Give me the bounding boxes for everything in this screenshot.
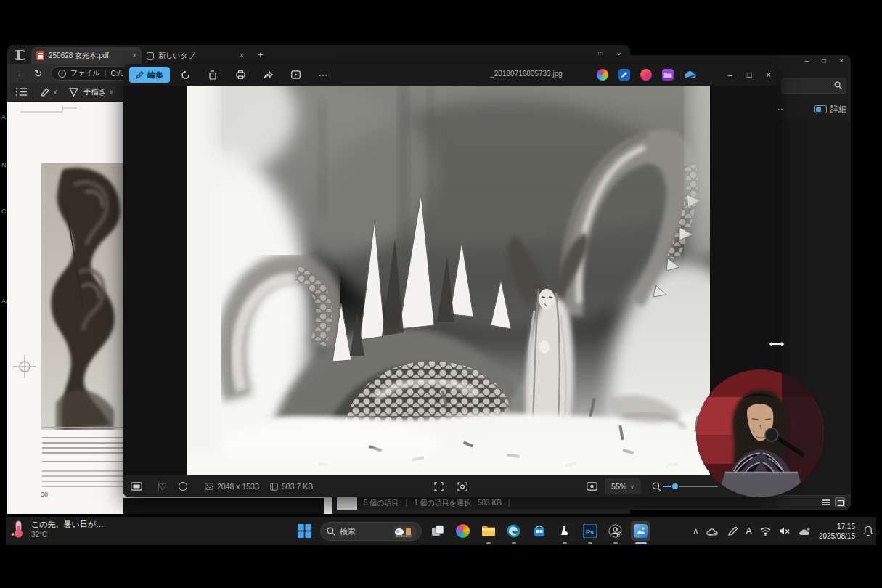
taskbar-search[interactable] — [320, 522, 422, 541]
edge-letter: N — [1, 161, 7, 168]
photos-title-bar: 編集 ⋯ _20180716005733.jpg — [123, 64, 777, 86]
search-icon — [327, 527, 335, 536]
weather-widget[interactable]: この先、暑い日が… 32°C — [10, 519, 104, 539]
pen-icon[interactable] — [727, 526, 738, 536]
minimize-button[interactable]: – — [728, 70, 732, 79]
visual-search-button[interactable] — [457, 480, 467, 493]
edge-letter: A — [1, 113, 6, 121]
tab-close-icon[interactable]: × — [132, 52, 136, 60]
explorer-search-box[interactable] — [781, 78, 846, 94]
purple-folder-icon[interactable] — [662, 69, 674, 81]
zbrush-icon[interactable] — [555, 521, 574, 541]
close-button[interactable]: × — [767, 70, 771, 79]
copilot-icon[interactable] — [453, 521, 473, 541]
maximize-button[interactable]: □ — [822, 57, 826, 65]
start-button[interactable] — [295, 521, 314, 541]
tab-new[interactable]: 新しいタブ × — [142, 47, 249, 64]
volume-muted-icon[interactable] — [779, 526, 791, 536]
store-icon[interactable] — [529, 521, 549, 541]
chevron-down-icon[interactable]: ∨ — [53, 89, 57, 95]
tab-pdf[interactable]: 250628 玄光本.pdf × — [31, 47, 142, 64]
task-view-button[interactable] — [428, 521, 447, 541]
slideshow-button[interactable] — [287, 67, 303, 83]
artwork-image — [187, 86, 710, 475]
notification-bell-icon[interactable] — [863, 526, 873, 536]
edit-button[interactable]: 編集 — [129, 67, 170, 83]
clock-date: 2025/08/15 — [819, 531, 855, 541]
crosshair-annotation — [12, 354, 38, 380]
details-pane-button[interactable]: 詳細 — [814, 104, 846, 115]
tab-search-icon[interactable] — [15, 50, 25, 60]
photos-app-icon[interactable] — [631, 521, 650, 541]
explorer-status-bar: 5 個の項目 | 1 個の項目を選択 503 KB | — [335, 495, 851, 510]
ime-mode-indicator[interactable]: A — [746, 526, 752, 536]
status-separator: | — [406, 499, 408, 507]
back-button[interactable]: ← — [16, 68, 25, 79]
details-pane-icon — [814, 105, 827, 113]
photos-window: 編集 ⋯ _20180716005733.jpg — [123, 64, 777, 497]
more-button[interactable]: ⋯ — [315, 67, 331, 83]
print-button[interactable] — [232, 67, 248, 83]
draw-tool-label[interactable]: 手描き — [83, 87, 107, 97]
chevron-down-icon[interactable]: ∨ — [110, 89, 114, 95]
tray-clock[interactable]: 17:15 2025/08/15 — [819, 522, 855, 541]
camera-app-icon[interactable] — [605, 521, 625, 541]
list-view-button[interactable] — [821, 497, 831, 507]
tray-chevron-up[interactable]: ∧ — [693, 526, 698, 536]
file-size: 503.7 KB — [270, 480, 313, 493]
weather-temp: 32°C — [31, 531, 104, 539]
thermometer-icon — [10, 520, 26, 539]
page-number: 30 — [41, 491, 48, 498]
refresh-button[interactable]: ↻ — [34, 68, 42, 79]
minimize-button[interactable]: – — [805, 57, 809, 65]
tab-close-icon[interactable]: × — [240, 52, 244, 60]
onedrive-icon[interactable] — [706, 527, 719, 536]
edit-label: 編集 — [147, 70, 163, 81]
flame-app-icon[interactable] — [640, 69, 652, 81]
designer-icon[interactable] — [618, 69, 630, 81]
photoshop-icon[interactable]: Ps — [580, 521, 600, 541]
cloud-app-icon[interactable] — [684, 69, 695, 81]
rotate-button[interactable] — [177, 67, 193, 83]
address-separator: | — [105, 70, 107, 78]
status-size: 503 KB — [478, 499, 502, 507]
edge-icon[interactable] — [504, 521, 523, 541]
draw-tool-icon[interactable] — [69, 88, 78, 97]
status-item-count: 5 個の項目 — [364, 498, 399, 508]
favorite-button[interactable]: ♡ — [158, 480, 167, 493]
delete-button[interactable] — [205, 67, 221, 83]
pencil-icon — [136, 71, 144, 79]
zoom-level-dropdown[interactable]: 55% ∨ — [605, 478, 641, 494]
search-input[interactable] — [340, 527, 385, 536]
cloud-weather-icon[interactable] — [799, 527, 811, 536]
icon-view-button[interactable] — [835, 497, 845, 507]
filmstrip-toggle[interactable] — [131, 480, 142, 493]
new-tab-icon — [147, 52, 154, 60]
fit-to-window-button[interactable] — [587, 480, 597, 493]
status-separator: | — [508, 499, 510, 507]
webcam-overlay — [696, 369, 824, 497]
info-button[interactable] — [179, 480, 187, 493]
page-info-icon[interactable]: i — [58, 70, 66, 78]
new-tab-button[interactable]: + — [258, 49, 264, 60]
zoom-slider-handle[interactable] — [671, 482, 679, 491]
sculpture-photo — [41, 163, 126, 430]
close-button[interactable]: × — [839, 57, 844, 65]
file-explorer-icon[interactable] — [478, 521, 498, 541]
edge-letter: C — [1, 208, 7, 215]
share-button[interactable] — [260, 67, 276, 83]
details-pane-label: 詳細 — [830, 104, 846, 115]
highlighter-icon[interactable] — [39, 87, 50, 97]
zoom-slider[interactable] — [663, 486, 718, 487]
content-peek — [337, 496, 357, 510]
zoom-out-button[interactable] — [652, 480, 661, 493]
photos-bottom-bar: ♡ 2048 x 1533 503.7 KB 55% ∨ — [123, 475, 777, 497]
fullscreen-button[interactable] — [434, 480, 444, 493]
color-wheel-icon[interactable] — [597, 69, 608, 81]
search-highlight-art[interactable] — [392, 526, 417, 539]
maximize-button[interactable]: □ — [747, 70, 752, 79]
photo-canvas — [123, 86, 777, 475]
clock-time: 17:15 — [819, 522, 855, 531]
wifi-icon[interactable] — [760, 527, 771, 536]
toc-icon[interactable] — [16, 87, 27, 97]
